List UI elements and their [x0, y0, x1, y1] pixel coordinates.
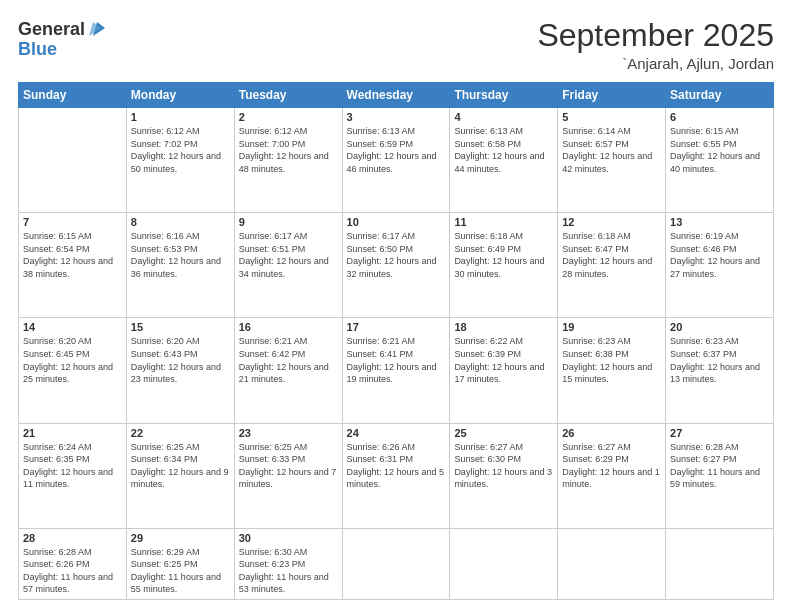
daylight-text: Daylight: 12 hours and 15 minutes.	[562, 362, 652, 385]
sunrise-text: Sunrise: 6:22 AM	[454, 336, 523, 346]
sunset-text: Sunset: 6:38 PM	[562, 349, 629, 359]
sunset-text: Sunset: 6:30 PM	[454, 454, 521, 464]
sunset-text: Sunset: 6:26 PM	[23, 559, 90, 569]
table-cell	[342, 528, 450, 599]
day-info: Sunrise: 6:21 AM Sunset: 6:41 PM Dayligh…	[347, 335, 446, 385]
page: General Blue September 2025 `Anjarah, Aj…	[0, 0, 792, 612]
daylight-text: Daylight: 12 hours and 44 minutes.	[454, 151, 544, 174]
sunrise-text: Sunrise: 6:28 AM	[23, 547, 92, 557]
table-cell: 29 Sunrise: 6:29 AM Sunset: 6:25 PM Dayl…	[126, 528, 234, 599]
sunrise-text: Sunrise: 6:13 AM	[347, 126, 416, 136]
sunrise-text: Sunrise: 6:15 AM	[670, 126, 739, 136]
day-number: 5	[562, 111, 661, 123]
day-info: Sunrise: 6:20 AM Sunset: 6:43 PM Dayligh…	[131, 335, 230, 385]
day-number: 26	[562, 427, 661, 439]
logo-general: General	[18, 20, 85, 38]
sunset-text: Sunset: 6:53 PM	[131, 244, 198, 254]
daylight-text: Daylight: 11 hours and 59 minutes.	[670, 467, 760, 490]
sunrise-text: Sunrise: 6:30 AM	[239, 547, 308, 557]
day-info: Sunrise: 6:22 AM Sunset: 6:39 PM Dayligh…	[454, 335, 553, 385]
daylight-text: Daylight: 12 hours and 38 minutes.	[23, 256, 113, 279]
table-cell: 15 Sunrise: 6:20 AM Sunset: 6:43 PM Dayl…	[126, 318, 234, 423]
day-info: Sunrise: 6:20 AM Sunset: 6:45 PM Dayligh…	[23, 335, 122, 385]
day-info: Sunrise: 6:18 AM Sunset: 6:49 PM Dayligh…	[454, 230, 553, 280]
table-cell: 25 Sunrise: 6:27 AM Sunset: 6:30 PM Dayl…	[450, 423, 558, 528]
daylight-text: Daylight: 12 hours and 1 minute.	[562, 467, 660, 490]
day-number: 24	[347, 427, 446, 439]
daylight-text: Daylight: 12 hours and 5 minutes.	[347, 467, 445, 490]
daylight-text: Daylight: 12 hours and 7 minutes.	[239, 467, 337, 490]
sunset-text: Sunset: 6:35 PM	[23, 454, 90, 464]
day-info: Sunrise: 6:21 AM Sunset: 6:42 PM Dayligh…	[239, 335, 338, 385]
table-cell: 6 Sunrise: 6:15 AM Sunset: 6:55 PM Dayli…	[666, 108, 774, 213]
table-cell	[450, 528, 558, 599]
sunrise-text: Sunrise: 6:28 AM	[670, 442, 739, 452]
day-info: Sunrise: 6:13 AM Sunset: 6:58 PM Dayligh…	[454, 125, 553, 175]
title-block: September 2025 `Anjarah, Ajlun, Jordan	[537, 18, 774, 72]
day-number: 21	[23, 427, 122, 439]
table-cell	[558, 528, 666, 599]
sunset-text: Sunset: 6:25 PM	[131, 559, 198, 569]
logo-icon	[87, 18, 109, 40]
sunset-text: Sunset: 6:39 PM	[454, 349, 521, 359]
day-info: Sunrise: 6:25 AM Sunset: 6:33 PM Dayligh…	[239, 441, 338, 491]
sunrise-text: Sunrise: 6:26 AM	[347, 442, 416, 452]
day-number: 9	[239, 216, 338, 228]
day-info: Sunrise: 6:15 AM Sunset: 6:54 PM Dayligh…	[23, 230, 122, 280]
day-info: Sunrise: 6:27 AM Sunset: 6:30 PM Dayligh…	[454, 441, 553, 491]
sunset-text: Sunset: 6:54 PM	[23, 244, 90, 254]
day-number: 8	[131, 216, 230, 228]
table-cell: 5 Sunrise: 6:14 AM Sunset: 6:57 PM Dayli…	[558, 108, 666, 213]
logo: General Blue	[18, 18, 109, 59]
day-number: 7	[23, 216, 122, 228]
day-number: 20	[670, 321, 769, 333]
table-cell	[666, 528, 774, 599]
sunset-text: Sunset: 6:23 PM	[239, 559, 306, 569]
daylight-text: Daylight: 12 hours and 50 minutes.	[131, 151, 221, 174]
daylight-text: Daylight: 12 hours and 46 minutes.	[347, 151, 437, 174]
table-cell: 19 Sunrise: 6:23 AM Sunset: 6:38 PM Dayl…	[558, 318, 666, 423]
daylight-text: Daylight: 11 hours and 53 minutes.	[239, 572, 329, 595]
daylight-text: Daylight: 12 hours and 17 minutes.	[454, 362, 544, 385]
day-info: Sunrise: 6:14 AM Sunset: 6:57 PM Dayligh…	[562, 125, 661, 175]
table-cell: 7 Sunrise: 6:15 AM Sunset: 6:54 PM Dayli…	[19, 213, 127, 318]
sunrise-text: Sunrise: 6:18 AM	[562, 231, 631, 241]
sunrise-text: Sunrise: 6:24 AM	[23, 442, 92, 452]
day-info: Sunrise: 6:16 AM Sunset: 6:53 PM Dayligh…	[131, 230, 230, 280]
day-number: 12	[562, 216, 661, 228]
day-number: 1	[131, 111, 230, 123]
day-info: Sunrise: 6:28 AM Sunset: 6:27 PM Dayligh…	[670, 441, 769, 491]
sunrise-text: Sunrise: 6:23 AM	[562, 336, 631, 346]
table-cell	[19, 108, 127, 213]
sunrise-text: Sunrise: 6:17 AM	[239, 231, 308, 241]
sunset-text: Sunset: 6:31 PM	[347, 454, 414, 464]
sunrise-text: Sunrise: 6:12 AM	[131, 126, 200, 136]
daylight-text: Daylight: 12 hours and 9 minutes.	[131, 467, 229, 490]
day-number: 16	[239, 321, 338, 333]
day-number: 22	[131, 427, 230, 439]
day-number: 13	[670, 216, 769, 228]
daylight-text: Daylight: 12 hours and 34 minutes.	[239, 256, 329, 279]
sunset-text: Sunset: 6:46 PM	[670, 244, 737, 254]
sunset-text: Sunset: 6:59 PM	[347, 139, 414, 149]
daylight-text: Daylight: 12 hours and 32 minutes.	[347, 256, 437, 279]
calendar-table: Sunday Monday Tuesday Wednesday Thursday…	[18, 82, 774, 600]
daylight-text: Daylight: 12 hours and 3 minutes.	[454, 467, 552, 490]
day-info: Sunrise: 6:23 AM Sunset: 6:38 PM Dayligh…	[562, 335, 661, 385]
table-cell: 11 Sunrise: 6:18 AM Sunset: 6:49 PM Dayl…	[450, 213, 558, 318]
table-cell: 16 Sunrise: 6:21 AM Sunset: 6:42 PM Dayl…	[234, 318, 342, 423]
sunset-text: Sunset: 6:58 PM	[454, 139, 521, 149]
table-cell: 23 Sunrise: 6:25 AM Sunset: 6:33 PM Dayl…	[234, 423, 342, 528]
day-number: 30	[239, 532, 338, 544]
week-row-2: 14 Sunrise: 6:20 AM Sunset: 6:45 PM Dayl…	[19, 318, 774, 423]
day-info: Sunrise: 6:15 AM Sunset: 6:55 PM Dayligh…	[670, 125, 769, 175]
table-cell: 13 Sunrise: 6:19 AM Sunset: 6:46 PM Dayl…	[666, 213, 774, 318]
table-cell: 28 Sunrise: 6:28 AM Sunset: 6:26 PM Dayl…	[19, 528, 127, 599]
week-row-4: 28 Sunrise: 6:28 AM Sunset: 6:26 PM Dayl…	[19, 528, 774, 599]
table-cell: 22 Sunrise: 6:25 AM Sunset: 6:34 PM Dayl…	[126, 423, 234, 528]
table-cell: 3 Sunrise: 6:13 AM Sunset: 6:59 PM Dayli…	[342, 108, 450, 213]
sunrise-text: Sunrise: 6:19 AM	[670, 231, 739, 241]
day-info: Sunrise: 6:24 AM Sunset: 6:35 PM Dayligh…	[23, 441, 122, 491]
sunset-text: Sunset: 6:51 PM	[239, 244, 306, 254]
sunset-text: Sunset: 6:47 PM	[562, 244, 629, 254]
